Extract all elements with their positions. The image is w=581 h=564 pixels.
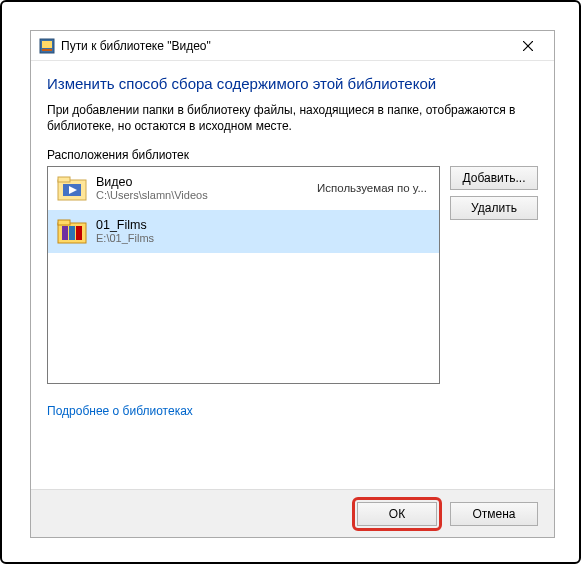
content-area: Изменить способ сбора содержимого этой б… <box>31 61 554 489</box>
svg-rect-10 <box>58 220 70 225</box>
ok-button[interactable]: ОК <box>357 502 437 526</box>
svg-rect-13 <box>76 226 82 240</box>
locations-row: Видео C:\Users\slamn\Videos Используемая… <box>47 166 538 384</box>
svg-rect-12 <box>69 226 75 240</box>
titlebar: Пути к библиотеке "Видео" <box>31 31 554 61</box>
location-title: 01_Films <box>96 218 419 232</box>
locations-label: Расположения библиотек <box>47 148 538 162</box>
location-text: Видео C:\Users\slamn\Videos <box>96 175 309 201</box>
dialog-footer: ОК Отмена <box>31 489 554 537</box>
close-button[interactable] <box>508 33 548 59</box>
close-icon <box>523 41 533 51</box>
location-path: E:\01_Films <box>96 232 419 244</box>
side-buttons: Добавить... Удалить <box>450 166 538 384</box>
svg-rect-11 <box>62 226 68 240</box>
video-library-icon <box>39 38 55 54</box>
add-button[interactable]: Добавить... <box>450 166 538 190</box>
folder-video-icon <box>56 172 88 204</box>
description-text: При добавлении папки в библиотеку файлы,… <box>47 102 538 134</box>
location-path: C:\Users\slamn\Videos <box>96 189 309 201</box>
location-title: Видео <box>96 175 309 189</box>
location-text: 01_Films E:\01_Films <box>96 218 419 244</box>
cancel-button[interactable]: Отмена <box>450 502 538 526</box>
main-instruction: Изменить способ сбора содержимого этой б… <box>47 75 538 92</box>
location-status: Используемая по у... <box>317 182 431 194</box>
svg-rect-6 <box>58 177 70 182</box>
svg-rect-1 <box>42 41 52 48</box>
window-title: Пути к библиотеке "Видео" <box>61 39 508 53</box>
library-paths-dialog: Пути к библиотеке "Видео" Изменить спосо… <box>30 30 555 538</box>
folder-films-icon <box>56 215 88 247</box>
remove-button[interactable]: Удалить <box>450 196 538 220</box>
learn-more-link[interactable]: Подробнее о библиотеках <box>47 404 538 418</box>
location-item[interactable]: Видео C:\Users\slamn\Videos Используемая… <box>48 167 439 210</box>
svg-rect-2 <box>42 49 52 51</box>
ok-highlight: ОК <box>352 497 442 531</box>
locations-listbox[interactable]: Видео C:\Users\slamn\Videos Используемая… <box>47 166 440 384</box>
location-item[interactable]: 01_Films E:\01_Films <box>48 210 439 253</box>
